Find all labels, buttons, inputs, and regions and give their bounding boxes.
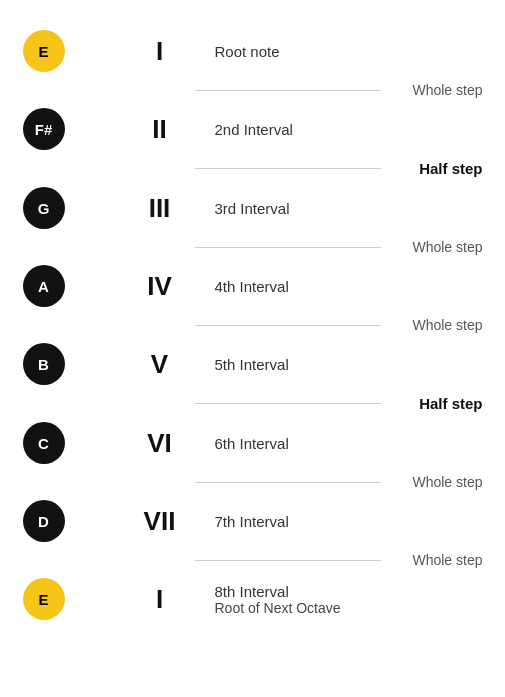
step-label: Whole step [393,317,483,333]
roman-numeral: I [125,584,195,615]
divider-row: Whole step [23,82,483,98]
roman-numeral: III [125,193,195,224]
step-label: Half step [393,160,483,177]
roman-numeral: VII [125,506,195,537]
note-circle: G [23,187,65,229]
scale-row: DVII7th Interval [23,490,483,552]
roman-numeral: VI [125,428,195,459]
scale-row: CVI6th Interval [23,412,483,474]
divider-line [195,247,381,248]
interval-label: 8th IntervalRoot of Next Octave [215,583,483,616]
interval-label: 4th Interval [215,278,483,295]
divider-row: Whole step [23,552,483,568]
note-circle: A [23,265,65,307]
divider-line [195,560,381,561]
interval-label: 2nd Interval [215,121,483,138]
divider-line [195,168,381,169]
divider-row: Half step [23,395,483,412]
interval-label: 6th Interval [215,435,483,452]
scale-row: AIV4th Interval [23,255,483,317]
step-label: Whole step [393,82,483,98]
step-label: Whole step [393,552,483,568]
scale-row: BV5th Interval [23,333,483,395]
divider-line [195,482,381,483]
scale-row: GIII3rd Interval [23,177,483,239]
note-circle: B [23,343,65,385]
interval-label: 5th Interval [215,356,483,373]
roman-numeral: V [125,349,195,380]
note-circle: E [23,578,65,620]
divider-line [195,325,381,326]
roman-numeral: IV [125,271,195,302]
note-circle: D [23,500,65,542]
roman-numeral: II [125,114,195,145]
scale-row: EI8th IntervalRoot of Next Octave [23,568,483,630]
note-circle: E [23,30,65,72]
step-label: Whole step [393,239,483,255]
scale-row: EIRoot note [23,20,483,82]
divider-row: Whole step [23,239,483,255]
divider-row: Whole step [23,474,483,490]
divider-row: Whole step [23,317,483,333]
note-circle: F# [23,108,65,150]
divider-line [195,90,381,91]
interval-label: 3rd Interval [215,200,483,217]
scale-table: EIRoot noteWhole stepF#II2nd IntervalHal… [23,20,483,630]
divider-row: Half step [23,160,483,177]
scale-row: F#II2nd Interval [23,98,483,160]
step-label: Half step [393,395,483,412]
step-label: Whole step [393,474,483,490]
divider-line [195,403,381,404]
note-circle: C [23,422,65,464]
roman-numeral: I [125,36,195,67]
interval-label: 7th Interval [215,513,483,530]
interval-sublabel: Root of Next Octave [215,600,483,616]
interval-label: Root note [215,43,483,60]
